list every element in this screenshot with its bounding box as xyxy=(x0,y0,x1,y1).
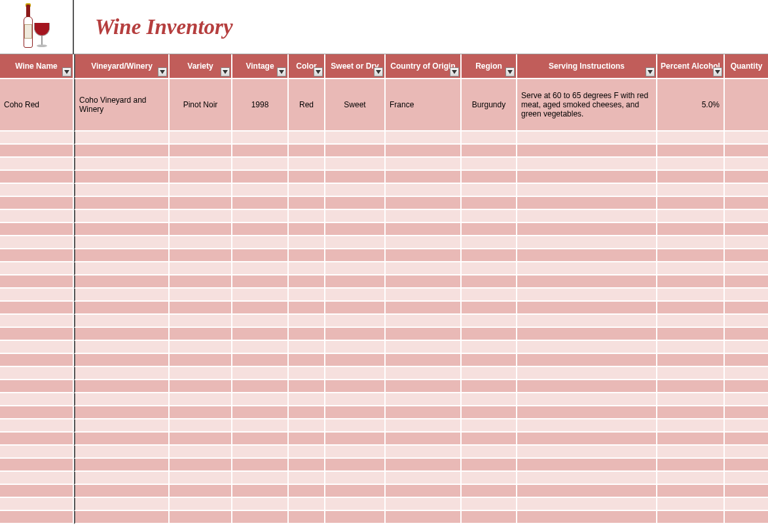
cell-quantity[interactable] xyxy=(725,210,768,223)
cell-wine_name[interactable] xyxy=(0,132,74,145)
cell-sweet_dry[interactable] xyxy=(325,275,386,289)
cell-region[interactable] xyxy=(462,236,517,249)
cell-variety[interactable] xyxy=(170,315,232,328)
cell-region[interactable] xyxy=(462,511,517,524)
cell-alcohol[interactable] xyxy=(657,380,725,393)
cell-vintage[interactable] xyxy=(232,419,289,433)
cell-region[interactable] xyxy=(462,472,517,485)
cell-wine_name[interactable] xyxy=(0,472,74,485)
cell-sweet_dry[interactable] xyxy=(325,145,386,158)
cell-quantity[interactable] xyxy=(725,236,768,249)
cell-alcohol[interactable] xyxy=(657,485,725,498)
filter-dropdown-icon[interactable] xyxy=(646,67,655,77)
cell-country[interactable] xyxy=(386,406,462,419)
cell-alcohol[interactable] xyxy=(657,249,725,262)
cell-alcohol[interactable] xyxy=(657,236,725,249)
cell-region[interactable] xyxy=(462,341,517,354)
table-row[interactable] xyxy=(0,419,768,433)
cell-serving[interactable] xyxy=(517,393,657,406)
cell-serving[interactable] xyxy=(517,223,657,236)
table-row[interactable] xyxy=(0,184,768,197)
cell-variety[interactable] xyxy=(170,511,232,524)
cell-color[interactable] xyxy=(289,184,325,197)
cell-variety[interactable] xyxy=(170,419,232,433)
cell-color[interactable] xyxy=(289,433,325,446)
cell-vintage[interactable] xyxy=(232,210,289,223)
cell-country[interactable] xyxy=(386,315,462,328)
cell-sweet_dry[interactable] xyxy=(325,197,386,210)
table-row[interactable] xyxy=(0,236,768,249)
cell-vintage[interactable] xyxy=(232,262,289,275)
cell-vineyard[interactable] xyxy=(74,197,170,210)
filter-dropdown-icon[interactable] xyxy=(713,67,722,77)
cell-wine_name[interactable] xyxy=(0,184,74,197)
cell-region[interactable] xyxy=(462,132,517,145)
cell-sweet_dry[interactable] xyxy=(325,472,386,485)
cell-variety[interactable] xyxy=(170,393,232,406)
cell-wine_name[interactable] xyxy=(0,210,74,223)
column-header-color[interactable]: Color xyxy=(289,54,325,79)
cell-vineyard[interactable] xyxy=(74,485,170,498)
cell-alcohol[interactable] xyxy=(657,446,725,459)
cell-vintage[interactable] xyxy=(232,367,289,380)
cell-sweet_dry[interactable] xyxy=(325,171,386,184)
cell-color[interactable] xyxy=(289,171,325,184)
cell-variety[interactable] xyxy=(170,446,232,459)
cell-vineyard[interactable] xyxy=(74,249,170,262)
cell-alcohol[interactable] xyxy=(657,406,725,419)
cell-country[interactable] xyxy=(386,498,462,511)
cell-quantity[interactable] xyxy=(725,406,768,419)
cell-alcohol[interactable] xyxy=(657,393,725,406)
cell-variety[interactable] xyxy=(170,171,232,184)
cell-serving[interactable] xyxy=(517,354,657,367)
column-header-serving[interactable]: Serving Instructions xyxy=(517,54,657,79)
cell-variety[interactable] xyxy=(170,406,232,419)
cell-country[interactable] xyxy=(386,262,462,275)
cell-color[interactable] xyxy=(289,419,325,433)
cell-vintage[interactable] xyxy=(232,223,289,236)
column-header-vintage[interactable]: Vintage xyxy=(232,54,289,79)
cell-variety[interactable] xyxy=(170,289,232,302)
cell-quantity[interactable] xyxy=(725,367,768,380)
cell-vineyard[interactable] xyxy=(74,354,170,367)
table-row[interactable] xyxy=(0,367,768,380)
cell-quantity[interactable] xyxy=(725,184,768,197)
cell-vineyard[interactable] xyxy=(74,315,170,328)
column-header-wine_name[interactable]: Wine Name xyxy=(0,54,74,79)
cell-quantity[interactable] xyxy=(725,459,768,472)
cell-color[interactable] xyxy=(289,236,325,249)
cell-vineyard[interactable] xyxy=(74,145,170,158)
cell-region[interactable] xyxy=(462,262,517,275)
cell-country[interactable] xyxy=(386,223,462,236)
cell-serving[interactable] xyxy=(517,236,657,249)
cell-color[interactable] xyxy=(289,367,325,380)
cell-quantity[interactable] xyxy=(725,419,768,433)
cell-vintage[interactable] xyxy=(232,171,289,184)
cell-vintage[interactable] xyxy=(232,158,289,171)
cell-sweet_dry[interactable]: Sweet xyxy=(325,79,386,132)
cell-vineyard[interactable]: Coho Vineyard and Winery xyxy=(74,79,170,132)
cell-alcohol[interactable]: 5.0% xyxy=(657,79,725,132)
cell-vintage[interactable] xyxy=(232,184,289,197)
cell-serving[interactable] xyxy=(517,158,657,171)
cell-country[interactable] xyxy=(386,354,462,367)
cell-serving[interactable] xyxy=(517,210,657,223)
cell-region[interactable] xyxy=(462,354,517,367)
cell-alcohol[interactable] xyxy=(657,459,725,472)
cell-sweet_dry[interactable] xyxy=(325,236,386,249)
cell-variety[interactable] xyxy=(170,249,232,262)
cell-serving[interactable] xyxy=(517,171,657,184)
cell-vineyard[interactable] xyxy=(74,328,170,341)
cell-vintage[interactable] xyxy=(232,315,289,328)
cell-wine_name[interactable] xyxy=(0,354,74,367)
cell-region[interactable] xyxy=(462,315,517,328)
cell-serving[interactable] xyxy=(517,459,657,472)
cell-quantity[interactable] xyxy=(725,145,768,158)
cell-sweet_dry[interactable] xyxy=(325,511,386,524)
cell-variety[interactable] xyxy=(170,498,232,511)
cell-sweet_dry[interactable] xyxy=(325,367,386,380)
cell-country[interactable] xyxy=(386,446,462,459)
cell-vineyard[interactable] xyxy=(74,433,170,446)
cell-vintage[interactable] xyxy=(232,459,289,472)
cell-vineyard[interactable] xyxy=(74,511,170,524)
